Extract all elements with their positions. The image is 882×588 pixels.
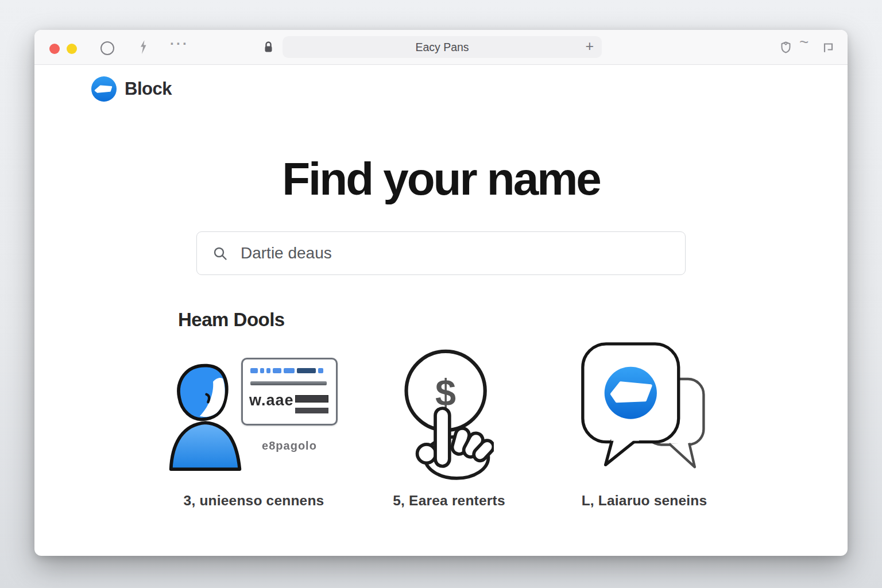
- card-bar: [295, 408, 328, 413]
- new-tab-icon[interactable]: +: [585, 38, 594, 55]
- card-bar: [295, 395, 328, 403]
- browser-window: ··· Eacy Pans + ~: [34, 30, 848, 556]
- lightning-icon[interactable]: [139, 40, 148, 57]
- card-bold-text: w.aae: [249, 392, 294, 409]
- card-blue-text-row: [250, 368, 328, 374]
- lock-icon[interactable]: [264, 41, 273, 56]
- brand-logo[interactable]: Block: [91, 76, 172, 102]
- page-title: Find your name: [34, 153, 848, 206]
- brand-name: Block: [125, 79, 172, 99]
- card-label: e8pagolo: [241, 439, 338, 452]
- address-bar[interactable]: Eacy Pans +: [283, 36, 602, 58]
- minimize-button[interactable]: [67, 44, 77, 54]
- id-card-illustration: w.aae: [241, 358, 338, 425]
- shield-icon[interactable]: [779, 41, 792, 56]
- tab-icon[interactable]: [822, 41, 834, 56]
- close-button[interactable]: [49, 44, 60, 54]
- wave-icon[interactable]: ~: [799, 33, 808, 52]
- search-input[interactable]: [239, 232, 667, 274]
- chat-bubbles-illustration: [580, 341, 711, 472]
- block-logo-icon: [91, 76, 117, 102]
- section-title: Heam Dools: [178, 309, 285, 331]
- person-illustration: [167, 360, 245, 471]
- step-caption-2: 5, Earea renterts: [373, 493, 525, 509]
- search-box[interactable]: [196, 231, 686, 275]
- card-divider-line: [250, 381, 327, 385]
- address-bar-title: Eacy Pans: [283, 36, 602, 58]
- finger-tapping-dollar-illustration: $: [401, 347, 494, 481]
- more-options-icon[interactable]: ···: [170, 36, 189, 52]
- magnifier-icon: [213, 246, 228, 261]
- circle-icon[interactable]: [100, 41, 114, 55]
- step-caption-3: L, Laiaruo seneins: [563, 493, 726, 509]
- browser-chrome: ··· Eacy Pans + ~: [34, 30, 848, 65]
- step-caption-1: 3, unieenso cennens: [168, 493, 340, 509]
